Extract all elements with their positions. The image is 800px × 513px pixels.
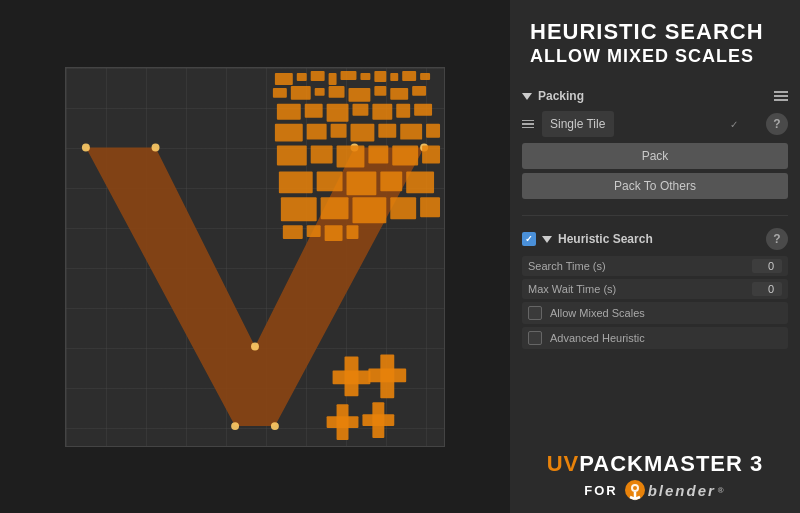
search-time-label: Search Time (s) <box>528 260 606 272</box>
advanced-heuristic-row[interactable]: Advanced Heuristic <box>522 327 788 349</box>
svg-rect-28 <box>327 103 349 121</box>
allow-mixed-label: Allow Mixed Scales <box>550 307 645 319</box>
svg-point-6 <box>271 422 279 430</box>
svg-rect-30 <box>372 103 392 119</box>
trademark-symbol: ® <box>718 486 726 495</box>
svg-rect-17 <box>420 72 430 79</box>
svg-rect-8 <box>275 72 293 84</box>
heuristic-section: Heuristic Search ? Search Time (s) 0 Max… <box>510 220 800 360</box>
svg-rect-18 <box>273 87 287 97</box>
svg-rect-53 <box>352 197 386 223</box>
svg-rect-27 <box>305 103 323 117</box>
svg-rect-37 <box>378 123 396 137</box>
svg-point-7 <box>231 422 239 430</box>
svg-rect-43 <box>368 145 388 163</box>
advanced-heuristic-checkbox[interactable] <box>528 331 542 345</box>
packing-menu-icon[interactable] <box>774 91 788 101</box>
tile-mode-select[interactable]: Single Tile <box>542 111 614 137</box>
uv-canvas <box>65 67 445 447</box>
svg-rect-19 <box>291 85 311 99</box>
right-panel: HEURISTIC SEARCH ALLOW MIXED SCALES Pack… <box>510 0 800 513</box>
packing-section: Packing Single Tile ? Pack Pack To Oth <box>510 77 800 211</box>
advanced-heuristic-label: Advanced Heuristic <box>550 332 645 344</box>
svg-rect-39 <box>426 123 440 137</box>
blender-logo: blender® <box>624 479 726 501</box>
svg-rect-33 <box>275 123 303 141</box>
hamburger-icon <box>522 120 534 129</box>
svg-rect-46 <box>279 171 313 193</box>
svg-rect-14 <box>374 70 386 81</box>
dropdown-row: Single Tile ? <box>522 111 788 137</box>
svg-rect-11 <box>329 72 337 84</box>
divider-1 <box>522 215 788 216</box>
svg-rect-34 <box>307 123 327 139</box>
max-wait-value[interactable]: 0 <box>752 282 782 296</box>
heuristic-header: Heuristic Search ? <box>522 228 788 250</box>
packing-label: Packing <box>538 89 584 103</box>
uvpackmaster-brand: UVPACKMASTER 3 <box>530 451 780 477</box>
search-time-row: Search Time (s) 0 <box>522 256 788 276</box>
uv-viewport-panel <box>0 0 510 513</box>
svg-rect-24 <box>390 87 408 99</box>
svg-point-70 <box>633 486 637 490</box>
svg-rect-50 <box>406 171 434 193</box>
v-shape <box>66 68 444 446</box>
svg-rect-16 <box>402 70 416 80</box>
svg-point-1 <box>82 143 90 151</box>
svg-rect-35 <box>331 123 347 137</box>
brand-packmaster: PACKMASTER <box>579 451 743 476</box>
packing-collapse-icon[interactable] <box>522 93 532 100</box>
brand-uv: UV <box>547 451 580 476</box>
svg-rect-9 <box>297 72 307 80</box>
allow-mixed-row[interactable]: Allow Mixed Scales <box>522 302 788 324</box>
header-area: HEURISTIC SEARCH ALLOW MIXED SCALES <box>510 0 800 77</box>
svg-rect-10 <box>311 70 325 80</box>
svg-point-2 <box>152 143 160 151</box>
svg-rect-38 <box>400 123 422 139</box>
svg-rect-49 <box>380 171 402 191</box>
svg-rect-51 <box>281 197 317 221</box>
heuristic-label: Heuristic Search <box>558 232 653 246</box>
search-time-value[interactable]: 0 <box>752 259 782 273</box>
svg-rect-57 <box>333 370 371 384</box>
svg-rect-40 <box>277 145 307 165</box>
svg-rect-13 <box>360 72 370 79</box>
packing-title[interactable]: Packing <box>522 89 584 103</box>
svg-rect-63 <box>362 414 394 426</box>
svg-rect-12 <box>341 70 357 79</box>
svg-rect-48 <box>347 171 377 195</box>
svg-rect-54 <box>390 197 416 219</box>
svg-rect-65 <box>307 225 321 237</box>
heuristic-left: Heuristic Search <box>522 232 653 246</box>
svg-rect-25 <box>412 85 426 95</box>
svg-rect-15 <box>390 72 398 80</box>
heuristic-enabled-checkbox[interactable] <box>522 232 536 246</box>
uv-viewport[interactable] <box>0 0 510 513</box>
svg-point-3 <box>251 342 259 350</box>
title-heuristic-search: HEURISTIC SEARCH <box>530 20 780 44</box>
max-wait-label: Max Wait Time (s) <box>528 283 616 295</box>
svg-rect-67 <box>347 225 359 239</box>
svg-rect-36 <box>350 123 374 141</box>
pack-to-others-button[interactable]: Pack To Others <box>522 173 788 199</box>
tile-dropdown-wrapper: Single Tile <box>542 111 762 137</box>
allow-mixed-checkbox[interactable] <box>528 306 542 320</box>
svg-rect-47 <box>317 171 343 191</box>
branding-area: UVPACKMASTER 3 FOR blender® <box>510 435 800 513</box>
packing-help-button[interactable]: ? <box>766 113 788 135</box>
brand-version: 3 <box>750 451 763 476</box>
max-wait-row: Max Wait Time (s) 0 <box>522 279 788 299</box>
svg-rect-45 <box>422 145 440 163</box>
title-allow-mixed: ALLOW MIXED SCALES <box>530 46 780 67</box>
svg-rect-20 <box>315 87 325 95</box>
svg-rect-22 <box>349 87 371 101</box>
svg-rect-42 <box>337 145 365 167</box>
svg-rect-32 <box>414 103 432 115</box>
svg-rect-61 <box>327 416 359 428</box>
svg-rect-52 <box>321 197 349 219</box>
svg-rect-44 <box>392 145 418 165</box>
heuristic-help-button[interactable]: ? <box>766 228 788 250</box>
heuristic-collapse-icon[interactable] <box>542 236 552 243</box>
pack-button[interactable]: Pack <box>522 143 788 169</box>
svg-rect-55 <box>420 197 440 217</box>
